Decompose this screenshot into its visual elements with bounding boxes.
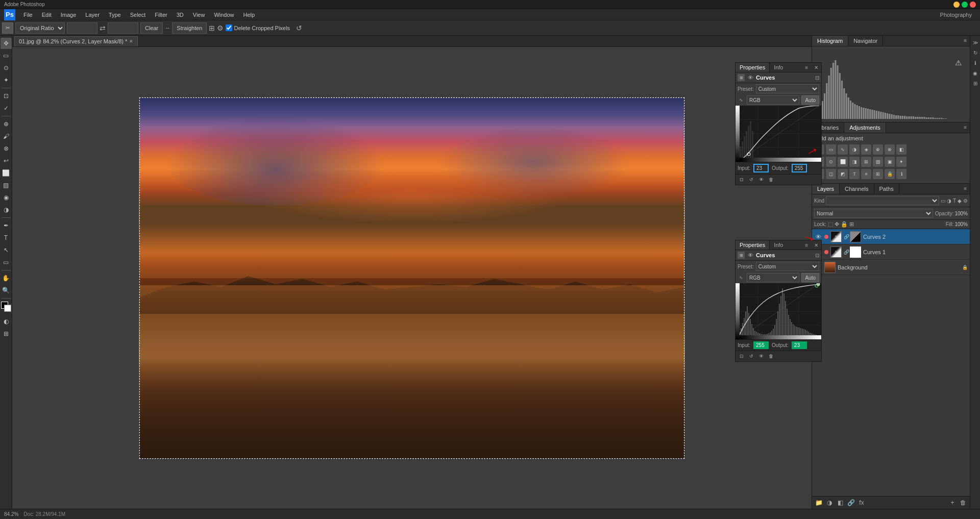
prop-top-eye-icon[interactable]: 👁 [747,74,754,81]
menu-type[interactable]: Type [105,11,125,19]
pen-tool[interactable]: ✒ [1,220,12,231]
height-input[interactable] [108,22,138,34]
ratio-select[interactable]: Original Ratio [15,22,65,34]
new-adj-layer-icon[interactable]: ◑ [825,498,834,507]
layers-mode-select[interactable]: Normal [814,209,933,218]
straighten-button[interactable]: Straighten [172,22,207,34]
adj-align-icon[interactable]: ≡ [861,169,871,179]
tab-close-btn[interactable]: ✕ [129,39,133,44]
prop-bot-reset-icon[interactable]: ↺ [747,352,755,360]
filter-type-icon[interactable]: T [953,198,956,204]
prop-top-info-tab[interactable]: Info [770,63,787,72]
layers-tab-channels[interactable]: Channels [840,184,874,194]
prop-bot-output-value[interactable]: 23 [792,341,807,349]
delete-cropped-checkbox[interactable] [226,24,232,31]
crop-tool[interactable]: ⊡ [1,90,12,102]
adj-info-icon[interactable]: ℹ [896,169,906,179]
adj-colorbalance-icon[interactable]: ⊗ [885,144,895,155]
screen-mode-icon[interactable]: ⊞ [1,328,12,339]
lock-pixel-icon[interactable]: ⬚ [828,221,833,228]
filter-shape-icon[interactable]: ◆ [958,198,962,204]
lasso-tool[interactable]: ⊙ [1,62,12,73]
clone-stamp-tool[interactable]: ⊗ [1,143,12,154]
menu-window[interactable]: Window [210,11,238,19]
prop-bot-visibility-icon[interactable]: 👁 [757,352,765,360]
swatches-icon[interactable]: ⊞ [971,79,980,88]
color-picker[interactable] [1,302,11,312]
menu-layer[interactable]: Layer [81,11,104,19]
history-brush-tool[interactable]: ↩ [1,155,12,166]
menu-3d[interactable]: 3D [173,11,188,19]
prop-top-output-value[interactable]: 255 [792,164,807,172]
adj-lock-icon[interactable]: 🔒 [885,169,895,179]
opacity-value[interactable]: 100% [954,211,968,216]
prop-bot-grid-icon[interactable]: ⊞ [738,252,745,259]
swap-icon[interactable]: ⇄ [100,24,106,32]
prop-top-channel-select[interactable]: RGB [747,95,799,105]
filter-adj-icon[interactable]: ◑ [947,198,951,204]
menu-select[interactable]: Select [126,11,150,19]
eraser-tool[interactable]: ⬜ [1,167,12,179]
new-group-icon[interactable]: 📁 [814,498,823,507]
menu-image[interactable]: Image [57,11,81,19]
prop-top-grid-icon[interactable]: ⊞ [738,74,745,81]
menu-file[interactable]: File [19,11,37,19]
reset-icon[interactable]: ↺ [296,24,302,32]
prop-bot-delete-icon[interactable]: 🗑 [767,352,775,360]
layers-tab-layers[interactable]: Layers [812,184,840,194]
spot-heal-tool[interactable]: ⊕ [1,118,12,130]
prop-bot-properties-tab[interactable]: Properties [736,240,770,250]
lock-all-icon[interactable]: ⊞ [849,221,854,228]
menu-help[interactable]: Help [239,11,259,19]
histogram-menu-icon[interactable]: ≡ [961,36,970,46]
menu-filter[interactable]: Filter [151,11,171,19]
blur-tool[interactable]: ◉ [1,192,12,203]
delete-layer-icon[interactable]: 🗑 [959,498,968,507]
filter-pixel-icon[interactable]: ▭ [941,198,945,204]
prop-bot-auto-btn[interactable]: Auto [801,273,819,282]
add-mask-icon[interactable]: ◧ [836,498,845,507]
layers-menu-icon[interactable]: ≡ [961,184,970,194]
prop-top-properties-tab[interactable]: Properties [736,63,770,72]
grid-icon[interactable]: ⊞ [209,24,215,32]
prop-top-reset-icon[interactable]: ↺ [747,176,755,184]
prop-bot-expand-icon[interactable]: ≡ [802,241,811,250]
menu-view[interactable]: View [189,11,209,19]
lib-menu-icon[interactable]: ≡ [961,122,970,133]
shape-tool[interactable]: ▭ [1,257,12,268]
prop-bot-clip-icon[interactable]: ⊡ [738,352,746,360]
prop-bot-info-tab[interactable]: Info [770,240,787,250]
dodge-tool[interactable]: ◑ [1,204,12,215]
maximize-btn[interactable] [962,2,968,8]
canvas-scroll[interactable] [12,47,812,509]
history-icon[interactable]: ↻ [971,48,980,57]
new-layer-icon[interactable]: + [948,498,957,507]
filter-smart-icon[interactable]: ⚙ [963,198,968,204]
prop-top-clip-icon[interactable]: ⊡ [738,176,746,184]
layer-row-background[interactable]: 👁 Background 🔒 [812,260,970,275]
adj-posterize-icon[interactable]: ⊞ [861,157,871,167]
prop-bot-preset-select[interactable]: Custom [756,262,819,271]
prop-top-curves-expand[interactable]: ⊡ [815,75,819,81]
color-icon[interactable]: ◉ [971,68,980,78]
collapse-right-icon[interactable]: ≫ [971,38,980,47]
adj-vibrance-icon[interactable]: ◈ [861,144,871,155]
menu-edit[interactable]: Edit [38,11,56,19]
move-tool[interactable]: ✥ [1,38,12,49]
prop-top-curve-icon[interactable]: ∿ [738,96,745,104]
adj-hsl-icon[interactable]: ⊕ [873,144,883,155]
prop-top-input-value[interactable]: 23 [753,164,769,172]
layers-kind-select[interactable] [826,196,939,205]
settings-icon[interactable]: ⚙ [217,24,224,32]
adj-mask-icon[interactable]: ◩ [838,169,848,179]
eyedropper-tool[interactable]: ✓ [1,103,12,114]
adj-copy-icon[interactable]: ◫ [826,169,836,179]
prop-top-delete-icon[interactable]: 🗑 [767,176,775,184]
adj-text-icon[interactable]: T [849,169,860,179]
layer-row-curves1[interactable]: 👁 ∿ 🔗 Curves 1 [812,244,970,260]
marquee-tool[interactable]: ▭ [1,50,12,61]
prop-top-preset-select[interactable]: Custom [756,84,819,93]
document-tab[interactable]: 01.jpg @ 84.2% (Curves 2, Layer Mask/8) … [14,36,138,46]
adj-gradient-map-icon[interactable]: ▣ [885,157,895,167]
minimize-btn[interactable] [953,2,960,8]
